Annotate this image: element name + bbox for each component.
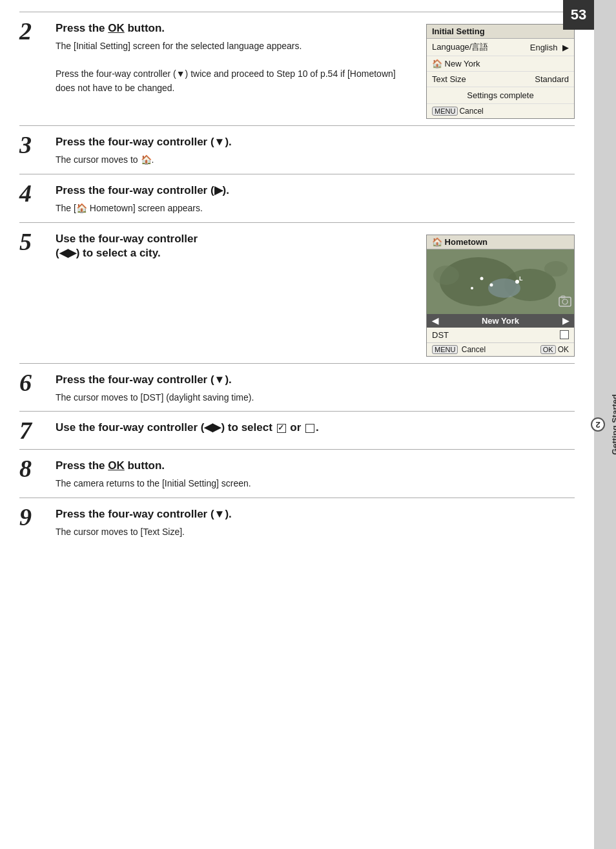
step-4-content: Press the four-way controller (▶). The […: [56, 183, 575, 216]
step-5-screen: 🏠 Hometown: [426, 232, 575, 357]
house-icon-3: 🏠: [141, 154, 152, 165]
ht-header: 🏠 Hometown: [427, 235, 574, 249]
step-5-text: Use the four-way controller(◀▶) to selec…: [56, 232, 413, 264]
svg-point-6: [480, 277, 484, 280]
cs-settings-complete: Settings complete: [427, 87, 574, 104]
or-text: or: [290, 421, 304, 434]
cs-row-textsize: Text Size Standard: [427, 72, 574, 87]
step-3-title: Press the four-way controller (▼).: [56, 135, 575, 149]
ht-cancel-group: MENU Cancel: [432, 345, 486, 354]
initial-setting-screen: Initial Setting Language/言語 English ▶ 🏠: [426, 24, 575, 119]
ht-city-name: New York: [482, 316, 519, 326]
checkmark-symbol: [277, 424, 286, 433]
ht-ok-label: OK: [558, 345, 569, 354]
ht-map: L: [427, 249, 574, 314]
step-2-title: Press the OK button.: [56, 21, 413, 36]
step-9-block: 9 Press the four-way controller (▼). The…: [19, 498, 575, 546]
sidebar-inner: 2 Getting Started: [591, 394, 617, 455]
ht-dst-row: DST: [427, 328, 574, 343]
ht-ok-btn: OK: [540, 345, 556, 354]
ht-city-row: ◀ New York ▶: [427, 314, 574, 328]
ht-cancel-label: Cancel: [462, 345, 486, 354]
step-4-block: 4 Press the four-way controller (▶). The…: [19, 174, 575, 222]
ok-label-8: OK: [108, 459, 125, 472]
step-2-block: 2 Press the OK button. The [Initial Sett…: [19, 12, 575, 125]
left-arrow-icon: ◀: [432, 316, 438, 326]
step-4-desc: The [🏠 Hometown] screen appears.: [56, 202, 575, 216]
svg-point-3: [433, 266, 459, 285]
ht-footer: MENU Cancel OK OK: [427, 343, 574, 356]
step-6-block: 6 Press the four-way controller (▼). The…: [19, 363, 575, 412]
map-svg: L: [427, 249, 574, 314]
step-7-block: 7 Use the four-way controller (◀▶) to se…: [19, 411, 575, 449]
step-3-number: 3: [19, 132, 44, 157]
cs-row-hometown: 🏠 New York: [427, 56, 574, 72]
step-6-content: Press the four-way controller (▼). The c…: [56, 373, 575, 405]
step-2-text: Press the OK button. The [Initial Settin…: [56, 21, 413, 96]
svg-point-8: [471, 287, 473, 289]
step-5-layout: Use the four-way controller(◀▶) to selec…: [56, 232, 575, 357]
cs-arrow-icon: ▶: [562, 43, 569, 52]
step-7-number: 7: [19, 418, 44, 443]
house-icon-4: 🏠: [76, 203, 87, 213]
step-2-layout: Press the OK button. The [Initial Settin…: [56, 21, 575, 119]
step-2-content: Press the OK button. The [Initial Settin…: [56, 21, 575, 119]
step-8-block: 8 Press the OK button. The camera return…: [19, 449, 575, 498]
svg-text:L: L: [519, 275, 523, 282]
svg-point-4: [544, 261, 568, 277]
step-9-number: 9: [19, 505, 44, 529]
step-8-content: Press the OK button. The camera returns …: [56, 459, 575, 491]
ht-dst-label: DST: [432, 330, 449, 340]
step-2-desc: The [Initial Setting] screen for the sel…: [56, 39, 413, 96]
house-icon: 🏠: [432, 59, 442, 68]
step-4-title: Press the four-way controller (▶).: [56, 183, 575, 198]
main-content: 53 2 Press the OK button. The [Initial S…: [0, 0, 594, 849]
step-5-content: Use the four-way controller(◀▶) to selec…: [56, 232, 575, 357]
step-6-number: 6: [19, 370, 44, 395]
step-8-desc: The camera returns to the [Initial Setti…: [56, 477, 575, 491]
sidebar-text: Getting Started: [610, 394, 617, 455]
step-5-number: 5: [19, 229, 44, 254]
cs-cancel-label: Cancel: [459, 107, 483, 116]
cs-header: Initial Setting: [427, 25, 574, 39]
ok-label-2: OK: [108, 22, 125, 34]
cs-textsize-label: Text Size: [432, 74, 466, 84]
step-8-title: Press the OK button.: [56, 459, 575, 473]
svg-point-7: [490, 283, 493, 286]
step-2-number: 2: [19, 19, 44, 43]
step-3-content: Press the four-way controller (▼). The c…: [56, 135, 575, 167]
step-5-block: 5 Use the four-way controller(◀▶) to sel…: [19, 222, 575, 363]
right-arrow-icon: ▶: [562, 316, 569, 326]
cs-language-value: English ▶: [530, 43, 569, 52]
step-7-title: Use the four-way controller (◀▶) to sele…: [56, 421, 575, 435]
cs-textsize-value: Standard: [535, 74, 569, 84]
cs-hometown-label: 🏠 New York: [432, 59, 480, 68]
step-3-desc: The cursor moves to 🏠.: [56, 153, 575, 167]
step-2-screen: Initial Setting Language/言語 English ▶ 🏠: [426, 21, 575, 119]
step-6-title: Press the four-way controller (▼).: [56, 373, 575, 387]
step-3-block: 3 Press the four-way controller (▼). The…: [19, 125, 575, 174]
sidebar: 2 Getting Started: [594, 0, 616, 849]
step-4-number: 4: [19, 181, 44, 205]
step-9-content: Press the four-way controller (▼). The c…: [56, 507, 575, 540]
house-icon-ht: 🏠: [432, 237, 442, 247]
cs-footer: MENU Cancel: [427, 104, 574, 118]
cs-language-label: Language/言語: [432, 41, 488, 53]
step-7-content: Use the four-way controller (◀▶) to sele…: [56, 421, 575, 439]
hometown-screen: 🏠 Hometown: [426, 235, 575, 357]
ht-menu-btn: MENU: [432, 345, 458, 354]
step-9-desc: The cursor moves to [Text Size].: [56, 525, 575, 540]
cs-menu-btn: MENU: [432, 107, 458, 116]
step-6-desc: The cursor moves to [DST] (daylight savi…: [56, 391, 575, 405]
ht-dst-checkbox: [560, 330, 569, 339]
square-symbol: [305, 424, 314, 433]
page-number: 53: [563, 0, 594, 30]
step-5-title: Use the four-way controller(◀▶) to selec…: [56, 232, 413, 260]
sidebar-circle: 2: [591, 417, 605, 432]
cs-row-language: Language/言語 English ▶: [427, 39, 574, 56]
step-8-number: 8: [19, 456, 44, 481]
step-9-title: Press the four-way controller (▼).: [56, 507, 575, 521]
ht-ok-group: OK OK: [540, 345, 569, 354]
